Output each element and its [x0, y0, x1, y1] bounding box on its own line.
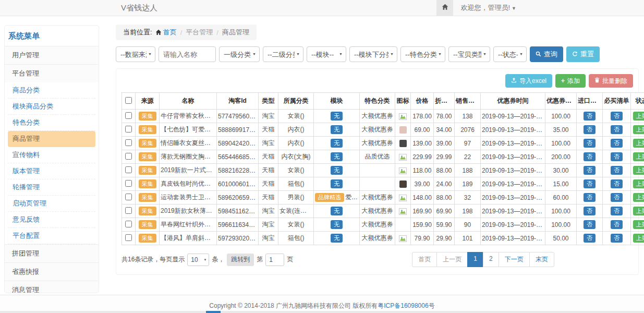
filter-level1-category-select[interactable]: 一级分类 [219, 46, 260, 62]
imported-badge[interactable]: 否 [584, 193, 596, 202]
filter-module-subcategory-select[interactable]: --模块下分类-- [349, 46, 397, 62]
must-buy-badge[interactable]: 否 [611, 179, 623, 188]
imported-badge[interactable]: 否 [584, 166, 596, 175]
status-badge[interactable]: 上架 [633, 152, 644, 161]
filter-item-type-select[interactable]: --宝贝类型-- [448, 46, 490, 62]
row-checkbox[interactable] [125, 221, 132, 227]
sidebar-item-version-management[interactable]: 版本管理 [8, 163, 95, 179]
row-checkbox[interactable] [125, 139, 132, 146]
status-badge[interactable]: 上架 [633, 112, 644, 121]
imported-badge[interactable]: 否 [584, 220, 596, 229]
pager-page-1[interactable]: 1 [467, 252, 483, 267]
per-page-select[interactable]: 10 [187, 254, 209, 266]
row-checkbox[interactable] [125, 194, 132, 200]
pager-first[interactable]: 首页 [412, 252, 437, 267]
must-buy-badge[interactable]: 否 [611, 166, 623, 175]
jump-button[interactable]: 跳转到 [227, 254, 254, 266]
search-button[interactable]: 查询 [530, 46, 563, 62]
status-badge[interactable]: 上架 [633, 179, 644, 188]
sidebar-item-module-product-category[interactable]: 模块商品分类 [8, 99, 95, 115]
sidebar-item-platform-management[interactable]: 平台管理 [5, 64, 99, 82]
status-badge[interactable]: 上架 [633, 220, 644, 229]
row-checkbox[interactable] [125, 166, 132, 173]
row-checkbox[interactable] [125, 180, 132, 187]
coupon-time: 2019-09-13—2019-09-17 [481, 150, 545, 164]
filter-status-select[interactable]: --状态-- [493, 46, 527, 62]
sidebar-item-feedback[interactable]: 意见反馈 [8, 212, 95, 228]
imported-badge[interactable]: 否 [584, 112, 596, 121]
sidebar-item-savings-news[interactable]: 省惠快报 [5, 262, 99, 281]
reset-button[interactable]: 重置 [566, 46, 600, 62]
coupon-amount: 15.00 [545, 177, 577, 191]
imported-badge[interactable]: 否 [584, 234, 596, 243]
row-checkbox[interactable] [125, 126, 132, 133]
sidebar-item-feature-category[interactable]: 特色分类 [8, 115, 95, 131]
breadcrumb-separator: / [180, 29, 183, 37]
breadcrumb-home-link[interactable]: 首页 [163, 28, 177, 37]
broken-image-icon [399, 208, 407, 215]
filter-feature-category-select[interactable]: --特色分类-- [400, 46, 445, 62]
imported-badge[interactable]: 否 [584, 125, 596, 134]
imported-badge[interactable]: 否 [584, 207, 596, 215]
filter-data-source-select[interactable]: --数据来源-- [116, 46, 155, 62]
sidebar-item-promo-material[interactable]: 宣传物料 [8, 147, 95, 163]
must-buy-badge[interactable]: 否 [611, 234, 623, 243]
horizontal-scrollbar[interactable] [0, 311, 644, 313]
discount-price: 88.00 [434, 191, 455, 204]
sidebar-item-platform-config[interactable]: 平台配置 [8, 228, 95, 244]
filter-module-select[interactable]: --模块-- [307, 46, 346, 62]
horizontal-scrollbar-thumb[interactable] [206, 311, 221, 313]
category: 男装() [278, 191, 314, 204]
product-type: 淘宝 [259, 137, 278, 150]
page-number-input[interactable] [265, 254, 284, 266]
sidebar-item-product-category[interactable]: 商品分类 [8, 82, 95, 99]
coupon-amount: 100.00 [545, 110, 577, 123]
pager-last[interactable]: 末页 [529, 252, 554, 267]
must-buy-badge[interactable]: 否 [611, 193, 623, 202]
name-search-input[interactable] [159, 46, 216, 62]
status-badge[interactable]: 上架 [633, 193, 644, 202]
status-badge[interactable]: 上架 [633, 125, 644, 134]
sales-count: 138 [455, 110, 481, 123]
sidebar-item-carousel-management[interactable]: 轮播管理 [8, 179, 95, 196]
home-button[interactable] [436, 0, 453, 16]
must-buy-badge[interactable]: 否 [611, 139, 623, 148]
must-buy-badge[interactable]: 否 [611, 152, 623, 161]
sidebar-item-user-management[interactable]: 用户管理 [5, 46, 99, 64]
pager-next[interactable]: 下一页 [499, 252, 530, 267]
col-source: 来源 [136, 93, 160, 110]
status-badge[interactable]: 上架 [633, 207, 644, 215]
must-buy-badge[interactable]: 否 [611, 207, 623, 215]
row-checkbox[interactable] [125, 234, 132, 241]
select-all-checkbox[interactable] [125, 97, 132, 104]
icp-link[interactable]: 粤ICP备16098006号 [378, 302, 434, 309]
pager-page-2[interactable]: 2 [483, 252, 499, 267]
status-badge[interactable]: 上架 [633, 139, 644, 148]
imported-badge[interactable]: 否 [584, 139, 596, 148]
app-title: V省钱达人 [121, 3, 157, 13]
sidebar-item-product-management[interactable]: 商品管理 [8, 131, 95, 147]
photo-thumbnail [399, 126, 407, 134]
sidebar-item-message-management[interactable]: 消息管理 [5, 281, 99, 293]
must-buy-badge[interactable]: 否 [611, 220, 623, 229]
must-buy-badge[interactable]: 否 [611, 125, 623, 134]
imported-badge[interactable]: 否 [584, 179, 596, 188]
coupon-time: 2019-09-13—2019-09-17 [481, 110, 545, 123]
add-button[interactable]: +添加 [555, 74, 586, 88]
row-checkbox[interactable] [125, 153, 132, 160]
row-checkbox[interactable] [125, 207, 132, 214]
product-name: 牛仔背带裤女秋装减龄... [160, 110, 217, 123]
sidebar-item-splash-management[interactable]: 启动页管理 [8, 196, 95, 212]
import-excel-button[interactable]: 导入excel [505, 74, 552, 88]
imported-badge[interactable]: 否 [584, 152, 596, 161]
feature-category [360, 177, 395, 191]
status-badge[interactable]: 上架 [633, 166, 644, 175]
batch-delete-button[interactable]: 批量删除 [589, 74, 633, 88]
sidebar-item-group-buy-management[interactable]: 拼团管理 [5, 244, 99, 262]
must-buy-badge[interactable]: 否 [611, 112, 623, 121]
status-badge[interactable]: 上架 [633, 234, 644, 243]
user-menu[interactable]: 欢迎您，管理员!▼ [460, 3, 516, 13]
row-checkbox[interactable] [125, 112, 132, 119]
filter-level2-category-select[interactable]: --二级分类-- [263, 46, 303, 62]
pager-prev[interactable]: 上一页 [436, 252, 468, 267]
